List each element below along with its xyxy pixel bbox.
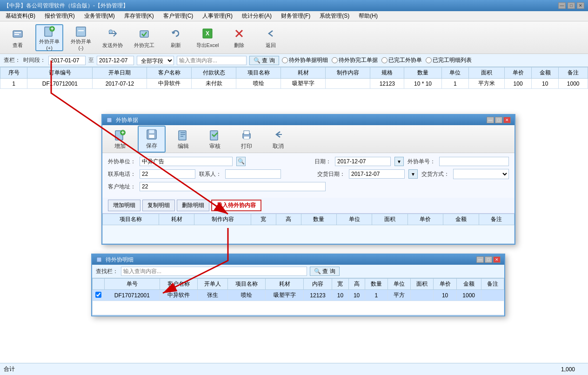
dialog-add-btn[interactable]: + 增加 — [106, 126, 134, 153]
toolbar-excel-btn[interactable]: X 导出Excel — [194, 24, 221, 51]
pending-row-checkbox[interactable] — [95, 292, 101, 298]
menu-item-统计分析A[interactable]: 统计分析(A) — [238, 11, 275, 21]
dialog-print-icon — [239, 128, 254, 141]
complete-btn-label: 外协完工 — [134, 42, 154, 49]
dialog-save-label: 保存 — [146, 142, 157, 150]
radio-pending-complete[interactable]: 待外协完工单据 — [332, 56, 378, 64]
menu-item-业务管理M[interactable]: 业务管理(M) — [80, 11, 119, 21]
field-select[interactable]: 全部字段 — [137, 56, 174, 65]
form-row-phone: 联系电话： 联系人： 交货日期： ▼ 交货方式： — [108, 169, 509, 179]
svg-rect-22 — [210, 131, 218, 140]
delivery-type-select[interactable] — [453, 169, 509, 179]
delivery-date-picker[interactable]: ▼ — [408, 169, 418, 179]
copy-detail-btn[interactable]: 复制明细 — [142, 200, 175, 211]
contact-input[interactable] — [225, 169, 281, 179]
svg-rect-9 — [140, 31, 148, 37]
unit-search-btn[interactable]: 🔍 — [236, 157, 246, 166]
menu-item-系统管理S[interactable]: 系统管理(S) — [316, 11, 353, 21]
dialog-pending-min[interactable]: — — [476, 256, 484, 263]
open-minus-btn-label: 外协开单(-) — [69, 38, 93, 51]
dialog-waixie-max[interactable]: □ — [495, 117, 502, 123]
close-btn[interactable]: ✕ — [577, 2, 584, 9]
radio-pending-detail[interactable]: 待外协单据明细 — [282, 56, 328, 64]
svg-text:X: X — [206, 30, 209, 37]
pending-col-content: 内容 — [303, 279, 332, 290]
menu-item-财务管理F[interactable]: 财务管理(F) — [277, 11, 314, 21]
pending-query-btn[interactable]: 🔍 查 询 — [310, 267, 340, 276]
dialog-audit-btn[interactable]: 审核 — [201, 126, 229, 153]
order-no-input[interactable] — [439, 157, 509, 166]
detail-table-wrap: 项目名称 耗材 制作内容 宽 高 数量 单位 面积 单价 金额 备注 — [102, 214, 514, 244]
dialog-pending-close[interactable]: ✕ — [493, 256, 501, 263]
delete-btn-label: 删除 — [234, 42, 244, 49]
toolbar-refresh-btn[interactable]: 刷新 — [162, 24, 190, 51]
dialog-pending-max[interactable]: □ — [485, 256, 492, 263]
svg-rect-25 — [244, 136, 249, 139]
dialog-pending-title-bar: 待外协明细 — □ ✕ — [92, 254, 504, 265]
radio-completed[interactable]: 已完工外协单 — [381, 56, 422, 64]
col-qty: 数量 — [404, 67, 441, 79]
toolbar-delete-btn[interactable]: 删除 — [225, 24, 253, 51]
maximize-btn[interactable]: □ — [568, 2, 575, 9]
delivery-date-input[interactable] — [349, 169, 405, 179]
date-to-input[interactable] — [97, 56, 134, 65]
add-detail-btn[interactable]: 增加明细 — [108, 200, 140, 211]
pending-table-row[interactable]: DF170712001 中异软件 张生 喷绘 吸塑平字 12123 10 10 … — [93, 290, 504, 301]
menu-item-人事管理R[interactable]: 人事管理(R) — [199, 11, 236, 21]
search-input[interactable] — [177, 56, 247, 65]
dialog-waixie-min[interactable]: — — [487, 117, 494, 123]
dialog-edit-label: 编辑 — [178, 142, 189, 150]
dialog-edit-btn[interactable]: 编辑 — [169, 126, 197, 153]
view-btn-label: 查看 — [13, 42, 23, 49]
date-input[interactable] — [335, 157, 391, 166]
toolbar-send-btn[interactable]: 发送外协 — [99, 24, 127, 51]
toolbar-complete-btn[interactable]: 外协完工 — [130, 24, 158, 51]
pending-search-icon: 🔍 — [314, 268, 321, 275]
dialog-print-label: 打印 — [241, 142, 252, 150]
complete-icon — [137, 27, 152, 41]
dialog-waixie-controls: — □ ✕ — [487, 117, 511, 123]
import-pending-btn[interactable]: 导入待外协内容 — [211, 200, 261, 211]
pending-search-input[interactable] — [121, 267, 307, 276]
radio-completed-detail[interactable]: 已完工明细列表 — [426, 56, 472, 64]
menu-item-客户管理C[interactable]: 客户管理(C) — [160, 11, 197, 21]
delete-detail-btn[interactable]: 删除明细 — [177, 200, 209, 211]
detail-col-qty: 数量 — [301, 214, 336, 225]
col-pay-status: 付款状态 — [192, 67, 236, 79]
table-row[interactable]: 1 DF170712001 2017-07-12 中异软件 未付款 喷绘 吸塑平… — [0, 79, 588, 89]
dialog-pending-controls: — □ ✕ — [476, 256, 501, 263]
address-input[interactable] — [140, 182, 326, 191]
phone-input[interactable] — [140, 169, 195, 179]
toolbar-view-btn[interactable]: 查看 — [4, 24, 32, 51]
pending-table: 单号 客户名称 开单人 项目名称 耗材 内容 宽 高 数量 单位 面积 单价 金… — [92, 278, 504, 315]
dialog-waixie-close[interactable]: ✕ — [503, 117, 511, 123]
unit-input[interactable] — [140, 157, 233, 166]
dialog-save-btn[interactable]: 保存 — [138, 126, 166, 153]
menu-item-报价管理R[interactable]: 报价管理(R) — [41, 11, 79, 21]
col-order-no: 订单编号 — [27, 67, 93, 79]
title-bar-controls: — □ ✕ — [558, 2, 584, 9]
toolbar-back-btn[interactable]: 返回 — [257, 24, 285, 51]
date-label: 日期： — [314, 158, 331, 166]
svg-rect-19 — [149, 130, 154, 134]
dialog-add-label: 增加 — [114, 142, 126, 150]
dialog-cancel-btn[interactable]: 取消 — [264, 126, 292, 153]
dialog-add-icon: + — [113, 128, 127, 141]
query-button[interactable]: 🔍 查 询 — [249, 56, 279, 65]
detail-col-area: 面积 — [372, 214, 408, 225]
menu-item-库存管理K[interactable]: 库存管理(K) — [120, 11, 158, 21]
delivery-type-label: 交货方式： — [421, 170, 449, 178]
pending-col-remark: 备注 — [481, 279, 504, 290]
menu-item-帮助H[interactable]: 帮助(H) — [355, 11, 381, 21]
date-picker-btn[interactable]: ▼ — [394, 157, 404, 166]
toolbar-open-plus-btn[interactable]: + 外协开单(+) — [35, 24, 63, 51]
col-content: 制作内容 — [326, 67, 370, 79]
detail-col-project: 项目名称 — [103, 214, 159, 225]
date-from-input[interactable] — [48, 56, 86, 65]
menu-item-基础资料B[interactable]: 基础资料(B) — [2, 11, 39, 21]
dialog-print-btn[interactable]: 打印 — [233, 126, 261, 153]
col-unit: 单位 — [441, 67, 468, 79]
toolbar-open-minus-btn[interactable]: 外协开单(-) — [67, 24, 95, 51]
back-btn-label: 返回 — [266, 42, 276, 49]
minimize-btn[interactable]: — — [558, 2, 566, 9]
